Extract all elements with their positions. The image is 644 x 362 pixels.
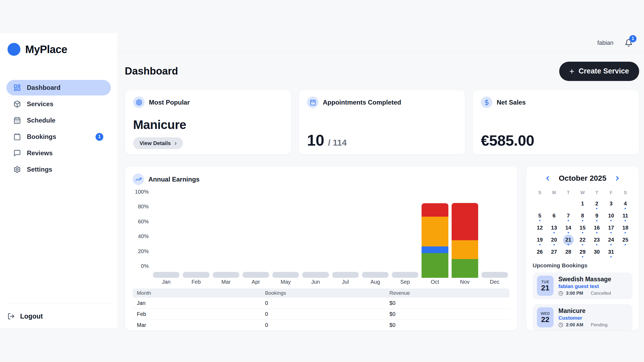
create-service-label: Create Service: [579, 67, 629, 75]
calendar-day[interactable]: 28: [563, 247, 574, 257]
booking-customer-link[interactable]: fabian guest test: [558, 283, 611, 289]
empty-bar-placeholder: [213, 272, 239, 278]
calendar-cell: 14: [561, 222, 575, 234]
sidebar-item-label: Dashboard: [27, 84, 60, 91]
clock-icon: [558, 323, 563, 327]
card-label: Most Popular: [149, 99, 190, 106]
calendar-cell: 9: [590, 210, 604, 222]
notifications-button[interactable]: 1: [625, 39, 633, 47]
sidebar-item-dashboard[interactable]: Dashboard: [6, 80, 111, 95]
calendar-day[interactable]: 18: [620, 223, 631, 233]
calendar-day[interactable]: 29: [577, 247, 588, 257]
page-header: Dashboard + Create Service: [125, 53, 639, 90]
logout-button[interactable]: Logout: [6, 312, 111, 320]
calendar-week-row: 262728293031: [533, 246, 632, 258]
sidebar-item-reviews[interactable]: Reviews: [6, 145, 111, 161]
booking-info: ManicureCustomer2:00 AMPending: [558, 307, 608, 328]
calendar-day[interactable]: 1: [577, 198, 588, 209]
table-row: Jan0$0: [133, 298, 510, 309]
booking-dot: [625, 220, 626, 221]
calendar-day[interactable]: 6: [549, 210, 559, 221]
sidebar-item-services[interactable]: Services: [6, 96, 111, 112]
calendar-cell: [533, 198, 547, 210]
chart-bar-slot: [243, 272, 269, 278]
calendar-day[interactable]: 22: [577, 235, 588, 245]
calendar-day[interactable]: 23: [591, 235, 602, 245]
calendar-day[interactable]: 10: [606, 210, 616, 221]
calendar-cell: 3: [604, 198, 618, 210]
booking-date-number: 22: [541, 316, 549, 323]
calendar-day[interactable]: 3: [606, 198, 616, 209]
calendar-day[interactable]: 13: [549, 223, 559, 233]
table-cell: $0: [385, 298, 510, 309]
calendar-day[interactable]: 20: [549, 235, 559, 245]
booking-service-name: Swedish Massage: [558, 276, 611, 283]
chart-month-label: Feb: [183, 279, 209, 285]
calendar-day[interactable]: 31: [606, 247, 616, 257]
calendar-day[interactable]: 30: [591, 247, 602, 257]
calendar-day[interactable]: 7: [563, 210, 574, 221]
calendar-weekdays: SMTWTFS: [533, 190, 632, 195]
table-body: Jan0$0Feb0$0Mar0$0: [133, 298, 510, 331]
calendar-day[interactable]: 12: [535, 223, 545, 233]
booking-dot: [625, 244, 626, 245]
booking-dot: [568, 232, 569, 233]
calendar-day[interactable]: 24: [606, 235, 616, 245]
sidebar-footer: Logout: [0, 303, 117, 328]
calendar-week-row: 12131415161718: [533, 222, 632, 234]
calendar-day[interactable]: 11: [620, 210, 631, 221]
sidebar-item-label: Settings: [27, 166, 52, 173]
sidebar-item-bookings[interactable]: Bookings1: [6, 129, 111, 145]
calendar-day[interactable]: 14: [563, 223, 574, 233]
calendar-next-button[interactable]: [613, 174, 622, 183]
calendar-day[interactable]: 2: [591, 198, 602, 209]
topbar: fabian 1: [117, 33, 644, 53]
empty-bar-placeholder: [243, 272, 269, 278]
calendar-day[interactable]: 27: [549, 247, 559, 257]
booking-item[interactable]: TUE21Swedish Massagefabian guest test3:0…: [533, 272, 632, 299]
lower-section: Annual Earnings 100%80%60%40%20%0% JanFe…: [125, 166, 639, 331]
booking-item[interactable]: WED22ManicureCustomer2:00 AMPending: [533, 304, 632, 331]
calendar-prev-button[interactable]: [543, 174, 552, 183]
booking-day-label: TUE: [541, 280, 549, 284]
calendar-cell: 21: [561, 234, 575, 246]
brand[interactable]: MyPlace: [0, 33, 117, 56]
sidebar-item-schedule[interactable]: Schedule: [6, 113, 111, 128]
sidebar-item-settings[interactable]: Settings: [6, 162, 111, 177]
calendar-day[interactable]: 4: [620, 198, 631, 209]
calendar-day[interactable]: 21: [563, 235, 574, 245]
card-header: Most Popular: [133, 97, 283, 108]
card-header: Annual Earnings: [133, 173, 510, 185]
table-cell: $0: [385, 309, 510, 320]
calendar-cell: 8: [575, 210, 590, 222]
calendar-cell: 29: [575, 246, 590, 258]
username[interactable]: fabian: [597, 39, 613, 46]
calendar-day[interactable]: 8: [577, 210, 588, 221]
calendar-cell: 5: [533, 210, 547, 222]
calendar-day[interactable]: 26: [535, 247, 545, 257]
calendar-cell: 2: [590, 198, 604, 210]
chart-month-label: Jan: [153, 279, 180, 285]
trending-up-icon: [133, 173, 144, 185]
chevron-right-icon: [614, 175, 621, 182]
card-label: Appointments Completed: [323, 99, 401, 106]
card-header: Appointments Completed: [307, 97, 457, 108]
calendar-cell: 24: [604, 234, 618, 246]
calendar-cell: 18: [618, 222, 632, 234]
calendar-day[interactable]: 19: [535, 235, 545, 245]
axis-tick-label: 20%: [138, 248, 149, 254]
calendar-day[interactable]: 15: [577, 223, 588, 233]
create-service-button[interactable]: + Create Service: [559, 62, 639, 81]
table-cell: Feb: [133, 309, 261, 320]
calendar-day[interactable]: 25: [620, 235, 631, 245]
chevron-left-icon: [544, 175, 551, 182]
calendar-header: October 2025: [533, 172, 632, 184]
sidebar-divider: [6, 303, 111, 303]
calendar-day[interactable]: 5: [535, 210, 545, 221]
booking-dot: [582, 244, 583, 245]
booking-customer-link[interactable]: Customer: [558, 315, 608, 321]
calendar-day[interactable]: 16: [591, 223, 602, 233]
view-details-button[interactable]: View Details ›: [133, 137, 183, 149]
calendar-day[interactable]: 9: [591, 210, 602, 221]
calendar-day[interactable]: 17: [606, 223, 616, 233]
